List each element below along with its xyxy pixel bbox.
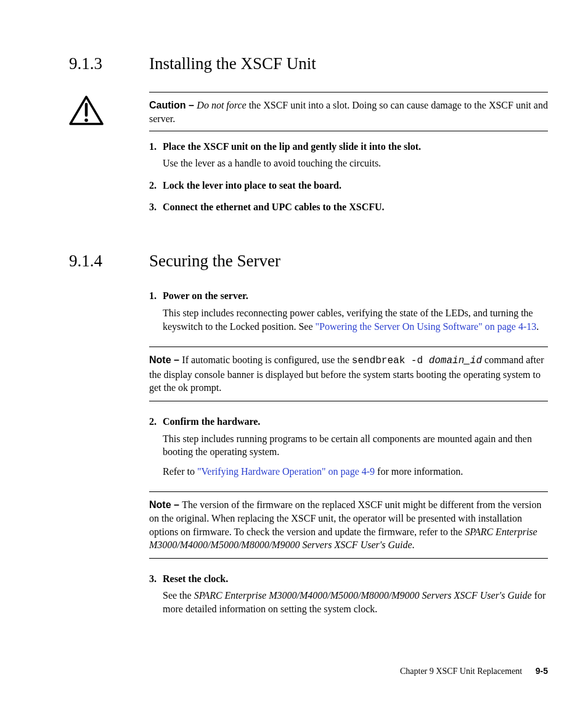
step-body-2: Refer to "Verifying Hardware Operation" … [163,465,548,478]
step-text: Refer to [163,466,197,477]
step-number: 1. [149,140,157,154]
document-reference: SPARC Enterprise M3000/M4000/M5000/M8000… [194,590,532,601]
cross-reference-link[interactable]: "Verifying Hardware Operation" on page 4… [197,466,375,477]
step-2: 2. Lock the lever into place to seat the… [149,179,548,192]
note-box-1: Note – If automatic booting is configure… [149,347,548,401]
step-3: 3. Reset the clock. [149,572,548,586]
cross-reference-link[interactable]: "Powering the Server On Using Software" … [316,321,537,332]
step-body: See the SPARC Enterprise M3000/M4000/M50… [163,589,548,615]
step-title: Confirm the hardware. [163,416,260,427]
step-title: Lock the lever into place to seat the bo… [163,180,341,191]
caution-emphasis: Do not force [197,100,246,110]
page-footer: Chapter 9 XSCF Unit Replacement 9-5 [400,665,548,678]
svg-point-2 [84,119,88,123]
step-number: 3. [149,572,157,586]
section-title: Securing the Server [149,250,280,272]
section-number: 9.1.4 [69,250,149,272]
step-text-after: for more information. [375,466,463,477]
step-title: Power on the server. [163,290,248,301]
steps-913: 1. Place the XSCF unit on the lip and ge… [149,140,548,214]
note-text: If automatic booting is configured, use … [182,355,351,365]
step-1: 1. Place the XSCF unit on the lip and ge… [149,140,548,154]
step-text-after: . [536,321,539,332]
step-2: 2. Confirm the hardware. [149,415,548,429]
note-text-after: . [412,540,414,550]
note-box-2: Note – The version of the firmware on th… [149,491,548,558]
section-heading-914: 9.1.4 Securing the Server [69,250,548,272]
step-title: Place the XSCF unit on the lip and gentl… [163,141,421,152]
section-heading-913: 9.1.3 Installing the XSCF Unit [69,52,548,75]
step-body: Use the lever as a handle to avoid touch… [163,157,548,170]
step-1: 1. Power on the server. [149,289,548,303]
footer-chapter: Chapter 9 XSCF Unit Replacement [400,667,522,676]
step-3: 3. Connect the ethernet and UPC cables t… [149,200,548,214]
caution-label: Caution – [149,100,197,110]
page: 9.1.3 Installing the XSCF Unit Caution –… [0,0,588,616]
code-text: sendbreak -d [352,355,423,366]
step-number: 3. [149,200,157,214]
steps-914: 1. Power on the server. This step includ… [149,289,548,615]
caution-icon [69,96,104,129]
step-number: 2. [149,179,157,192]
step-title: Reset the clock. [163,573,228,584]
code-argument: domain_id [423,355,482,366]
note-label: Note – [149,499,182,510]
note-label: Note – [149,355,182,365]
caution-text-box: Caution – Do not force the XSCF unit int… [149,92,548,131]
step-title: Connect the ethernet and UPC cables to t… [163,202,385,212]
section-number: 9.1.3 [69,52,149,75]
step-text: See the [163,590,194,601]
step-number: 1. [149,289,157,303]
step-body: This step includes running programs to b… [163,432,548,459]
section-title: Installing the XSCF Unit [149,52,316,75]
step-body: This step includes reconnecting power ca… [163,306,548,333]
caution-block: Caution – Do not force the XSCF unit int… [69,92,548,131]
footer-page-number: 9-5 [536,666,548,676]
step-number: 2. [149,415,157,429]
